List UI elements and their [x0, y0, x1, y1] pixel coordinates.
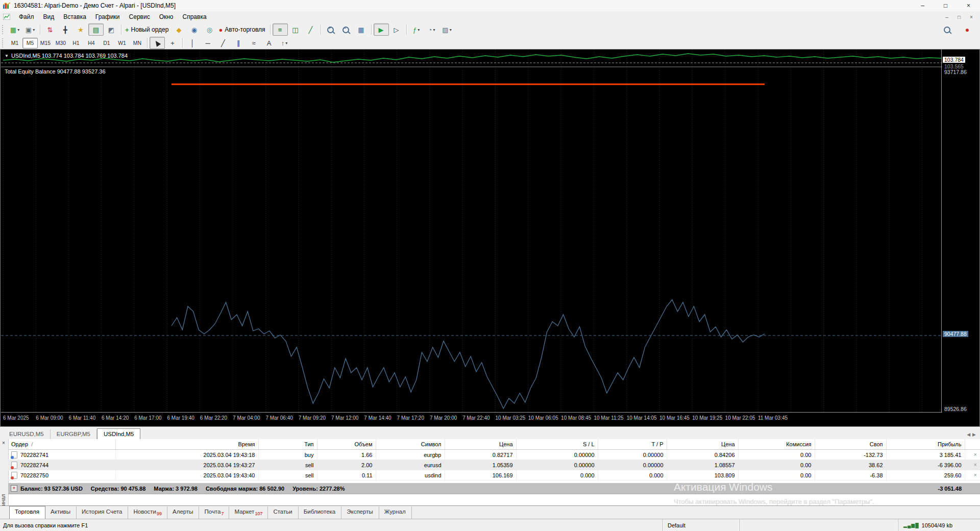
terminal-tab-articles[interactable]: Статьи: [268, 506, 298, 519]
channel-tool-button[interactable]: ∥: [231, 37, 246, 49]
column-profit[interactable]: Прибыль: [886, 439, 965, 450]
menu-tools[interactable]: Сервис: [125, 12, 155, 21]
templates-button[interactable]: ▨▾: [439, 23, 455, 36]
profiles-button[interactable]: ▣▾: [22, 23, 38, 36]
timeframe-m15[interactable]: M15: [38, 38, 53, 49]
tabs-scroll-left-button[interactable]: ◀: [967, 432, 970, 437]
terminal-tab-library[interactable]: Библиотека: [299, 506, 342, 519]
mdi-restore-button[interactable]: □: [953, 12, 965, 21]
terminal-tab-alerts[interactable]: Алерты: [167, 506, 199, 519]
column-sl[interactable]: S / L: [516, 439, 598, 450]
chart-tab-usdind[interactable]: USDInd,M5: [97, 428, 140, 439]
menu-file[interactable]: Файл: [14, 12, 39, 21]
new-order-button[interactable]: +Новый ордер: [124, 23, 171, 36]
menu-window[interactable]: Окно: [155, 12, 178, 21]
column-order[interactable]: Ордер /: [8, 439, 115, 450]
zoom-out-button[interactable]: −: [338, 23, 354, 36]
tabs-scroll-right-button[interactable]: ▶: [972, 432, 976, 437]
order-row[interactable]: 702282744 2025.03.04 19:43:27 sell 2.00 …: [8, 460, 980, 470]
autotrading-button[interactable]: ●Авто-торговля: [217, 23, 267, 36]
close-order-button[interactable]: ×: [965, 450, 980, 460]
terminal-tab-market[interactable]: Маркет107: [229, 506, 268, 519]
column-time[interactable]: Время: [115, 439, 258, 450]
terminal-tab-journal[interactable]: Журнал: [379, 506, 412, 519]
tile-windows-button[interactable]: ▦: [354, 23, 369, 36]
fibonacci-tool-button[interactable]: ≈: [246, 37, 261, 49]
chart-shift-button[interactable]: ▷: [389, 23, 404, 36]
timeframe-h1[interactable]: H1: [68, 38, 84, 49]
mql5-community-button[interactable]: ◉: [186, 23, 202, 36]
chart-tab-eurgbp[interactable]: EURGBP,M5: [51, 429, 97, 439]
column-commission[interactable]: Комиссия: [738, 439, 815, 450]
market-watch-button[interactable]: ⇅: [42, 23, 58, 36]
time-axis[interactable]: 6 Mar 20256 Mar 09:006 Mar 11:406 Mar 14…: [1, 412, 942, 426]
cursor-tool-button[interactable]: [150, 37, 165, 49]
timeframe-w1[interactable]: W1: [114, 38, 130, 49]
column-volume[interactable]: Объем: [317, 439, 376, 450]
chart-tab-eurusd[interactable]: EURUSD,M5: [3, 429, 51, 439]
chart-window-icon[interactable]: [3, 14, 10, 20]
line-chart-button[interactable]: ╱: [303, 23, 318, 36]
column-type[interactable]: Тип: [258, 439, 317, 450]
terminal-tab-exposure[interactable]: Активы: [45, 506, 77, 519]
terminal-tab-account-history[interactable]: История Счета: [77, 506, 129, 519]
column-swap[interactable]: Своп: [815, 439, 886, 450]
terminal-button[interactable]: ▤: [88, 23, 104, 36]
status-connection[interactable]: ▂▄▆█ 10504/49 kb: [898, 519, 980, 531]
close-order-button[interactable]: ×: [965, 460, 980, 470]
metaeditor-button[interactable]: ◆: [171, 23, 186, 36]
strategy-tester-button[interactable]: ◩: [104, 23, 119, 36]
column-symbol[interactable]: Символ: [376, 439, 445, 450]
order-row[interactable]: 702282750 2025.03.04 19:43:40 sell 0.11 …: [8, 470, 980, 480]
candlestick-chart-button[interactable]: ◫: [288, 23, 303, 36]
crosshair-tool-button[interactable]: +: [165, 37, 180, 49]
minimize-button[interactable]: –: [911, 0, 934, 11]
auto-scroll-button[interactable]: ▶: [374, 23, 389, 36]
timeframe-h4[interactable]: H4: [84, 38, 99, 49]
menu-insert[interactable]: Вставка: [59, 12, 91, 21]
terminal-tab-news[interactable]: Новости99: [128, 506, 167, 519]
terminal-tab-experts[interactable]: Эксперты: [341, 506, 379, 519]
balance-expand-icon[interactable]: +: [11, 485, 17, 492]
periods-button[interactable]: ◔▾: [424, 23, 439, 36]
mdi-close-button[interactable]: ×: [966, 12, 977, 21]
timeframe-mn[interactable]: MN: [130, 38, 145, 49]
close-button[interactable]: ×: [957, 0, 980, 11]
chart-collapse-icon[interactable]: ▼: [5, 54, 9, 58]
chart-window[interactable]: ▼ USDInd,M5 103.774 103.784 103.769 103.…: [0, 49, 980, 427]
terminal-close-button[interactable]: ×: [2, 440, 5, 446]
menu-charts[interactable]: Графики: [91, 12, 125, 21]
community-button[interactable]: ●: [960, 23, 975, 36]
trendline-tool-button[interactable]: ╱: [215, 37, 231, 49]
order-row[interactable]: 702282741 2025.03.04 19:43:18 buy 1.66 e…: [8, 450, 980, 460]
new-chart-button[interactable]: ▦▾: [7, 23, 22, 36]
status-profile[interactable]: Default: [662, 519, 739, 531]
mdi-minimize-button[interactable]: –: [941, 12, 952, 21]
terminal-tab-mailbox[interactable]: Почта7: [199, 506, 229, 519]
indicators-button[interactable]: ƒ▾: [409, 23, 424, 36]
text-tool-button[interactable]: A: [261, 37, 277, 49]
menu-help[interactable]: Справка: [178, 12, 211, 21]
zoom-in-button[interactable]: +: [323, 23, 338, 36]
menu-view[interactable]: Вид: [39, 12, 59, 21]
signals-button[interactable]: ◎: [202, 23, 217, 36]
chart-canvas[interactable]: [1, 50, 942, 414]
arrows-tool-button[interactable]: ↑▾: [277, 37, 292, 49]
restore-button[interactable]: □: [934, 0, 957, 11]
vertical-line-tool-button[interactable]: │: [185, 37, 200, 49]
timeframe-m1[interactable]: M1: [7, 38, 22, 49]
column-tp[interactable]: T / P: [598, 439, 667, 450]
timeframe-m5[interactable]: M5: [22, 38, 38, 49]
data-window-button[interactable]: ╋: [58, 23, 73, 36]
timeframe-m30[interactable]: M30: [53, 38, 68, 49]
terminal-tab-trade[interactable]: Торговля: [9, 506, 45, 519]
close-order-button[interactable]: ×: [965, 470, 980, 480]
price-scale[interactable]: 103.784 103.565 93717.86 90477.88 89526.…: [941, 50, 979, 413]
horizontal-line-tool-button[interactable]: ─: [200, 37, 215, 49]
search-button[interactable]: [939, 23, 954, 36]
column-price-current[interactable]: Цена: [667, 439, 738, 450]
navigator-button[interactable]: ★: [73, 23, 88, 36]
equity-series-line[interactable]: [172, 300, 765, 408]
bar-chart-button[interactable]: ≡: [273, 23, 288, 36]
column-price-open[interactable]: Цена: [445, 439, 516, 450]
